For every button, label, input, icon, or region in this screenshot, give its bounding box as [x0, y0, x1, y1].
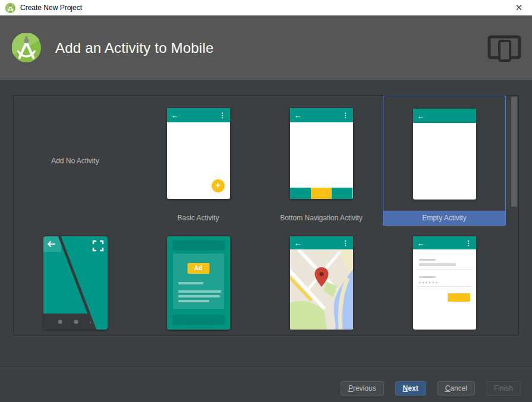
- nav-segment: [332, 188, 352, 199]
- item-label: Empty Activity: [383, 211, 505, 225]
- finish-button[interactable]: Finish: [486, 381, 521, 395]
- ad-card: Ad: [173, 254, 224, 309]
- android-studio-logo-icon: [12, 33, 41, 62]
- fullscreen-thumb-art: [43, 236, 108, 330]
- overflow-menu-icon: ⋮: [342, 240, 349, 246]
- text-line: [178, 295, 220, 297]
- vertical-scrollbar-thumb[interactable]: [511, 97, 517, 207]
- thumb-appbar: ← ⋮: [290, 236, 353, 249]
- android-studio-icon: [5, 3, 15, 13]
- next-button[interactable]: Next: [395, 381, 426, 395]
- form-label-line: [419, 276, 436, 278]
- maps-activity-thumbnail: ← ⋮: [290, 236, 353, 330]
- form-label-line: [419, 259, 436, 261]
- wizard-footer: Previous Next Cancel Finish: [341, 381, 521, 395]
- form-underline: [417, 286, 473, 287]
- previous-button[interactable]: Previous: [341, 381, 384, 395]
- thumb-appbar: ← ⋮: [413, 236, 476, 249]
- wizard-header: Add an Activity to Mobile: [0, 15, 532, 80]
- map-art: [290, 249, 353, 330]
- activity-gallery: Add No Activity ← ⋮ + Basic Activity ← ⋮: [13, 95, 519, 335]
- gallery-item-empty-activity[interactable]: ← Empty Activity: [383, 96, 506, 226]
- overflow-menu-icon: ⋮: [219, 112, 226, 119]
- ad-bottom-strip: [172, 315, 225, 325]
- item-label: Bottom Navigation Activity: [260, 211, 383, 226]
- fullscreen-activity-thumbnail: [43, 236, 108, 330]
- empty-activity-thumbnail: ←: [413, 109, 476, 200]
- bottom-nav-bar: [290, 188, 353, 199]
- gallery-item-bottom-navigation-activity[interactable]: ← ⋮ Bottom Navigation Activity: [260, 96, 383, 226]
- thumb-appbar: ← ⋮: [167, 108, 230, 122]
- thumb-appbar: ← ⋮: [290, 108, 353, 122]
- gallery-grid: Add No Activity ← ⋮ + Basic Activity ← ⋮: [14, 96, 518, 335]
- back-arrow-icon: ←: [294, 112, 302, 119]
- gallery-item-add-no-activity[interactable]: Add No Activity: [14, 96, 137, 226]
- cancel-button[interactable]: Cancel: [437, 381, 475, 395]
- login-button-shape: [448, 293, 470, 302]
- back-arrow-icon: ←: [294, 239, 302, 247]
- fab-add-icon: +: [212, 179, 225, 192]
- form-input-line: [419, 263, 456, 266]
- basic-activity-thumbnail: ← ⋮ +: [167, 108, 230, 199]
- overflow-menu-icon: ⋮: [342, 112, 349, 119]
- bottom-navigation-thumbnail: ← ⋮: [290, 108, 353, 199]
- footer-divider: [0, 369, 532, 369]
- back-arrow-icon: ←: [417, 112, 425, 120]
- overflow-menu-icon: ⋮: [465, 240, 472, 246]
- text-line: [178, 290, 221, 293]
- gallery-item-login-activity[interactable]: ← ⋮ ••••••: [383, 226, 506, 335]
- window-titlebar: Create New Project ✕: [0, 0, 532, 15]
- nav-segment: [290, 188, 311, 199]
- nav-bar-shape: [43, 314, 96, 330]
- login-activity-thumbnail: ← ⋮ ••••••: [413, 236, 476, 330]
- close-icon[interactable]: ✕: [511, 0, 527, 15]
- text-line: [178, 300, 209, 302]
- thumb-appbar: ←: [413, 109, 476, 123]
- ad-badge: Ad: [187, 263, 209, 274]
- gallery-item-maps-activity[interactable]: ← ⋮: [260, 226, 383, 335]
- gallery-item-fullscreen-activity[interactable]: [14, 226, 137, 335]
- page-title: Add an Activity to Mobile: [55, 40, 213, 56]
- gallery-item-basic-activity[interactable]: ← ⋮ + Basic Activity: [137, 96, 260, 226]
- item-label: Add No Activity: [14, 96, 137, 226]
- nav-segment: [311, 188, 332, 199]
- form-underline: [417, 269, 473, 270]
- back-arrow-icon: ←: [417, 239, 425, 247]
- ad-top-strip: [172, 240, 225, 251]
- gallery-item-ads-activity[interactable]: Ad: [137, 226, 260, 335]
- text-line: [178, 282, 203, 284]
- item-label: Basic Activity: [137, 211, 260, 226]
- password-dots: ••••••: [419, 280, 439, 286]
- ads-activity-thumbnail: Ad: [167, 236, 230, 330]
- wizard-content: Add No Activity ← ⋮ + Basic Activity ← ⋮: [0, 80, 532, 402]
- back-arrow-icon: ←: [171, 112, 179, 119]
- mobile-devices-icon: [487, 34, 522, 62]
- window-title: Create New Project: [20, 4, 82, 12]
